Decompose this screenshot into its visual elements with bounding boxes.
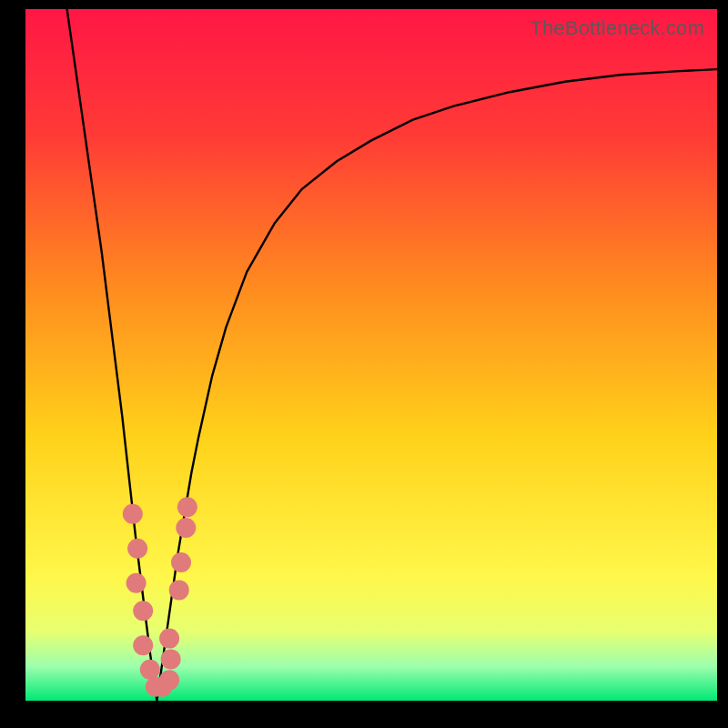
data-marker [123, 504, 143, 524]
curve-layer [25, 9, 717, 701]
data-marker [133, 601, 153, 621]
data-marker [127, 539, 147, 559]
data-marker [133, 635, 153, 655]
data-marker [169, 580, 189, 600]
chart-frame: TheBottleneck.com [0, 0, 728, 728]
data-marker [159, 670, 179, 690]
bottleneck-curve [67, 9, 717, 701]
data-marker [140, 660, 160, 680]
data-marker [171, 552, 191, 572]
watermark-text: TheBottleneck.com [530, 16, 704, 40]
data-marker [126, 573, 147, 593]
data-marker [159, 629, 179, 649]
plot-area: TheBottleneck.com [25, 9, 717, 701]
data-marker [161, 649, 181, 669]
data-marker [177, 497, 197, 517]
data-marker [176, 518, 196, 538]
